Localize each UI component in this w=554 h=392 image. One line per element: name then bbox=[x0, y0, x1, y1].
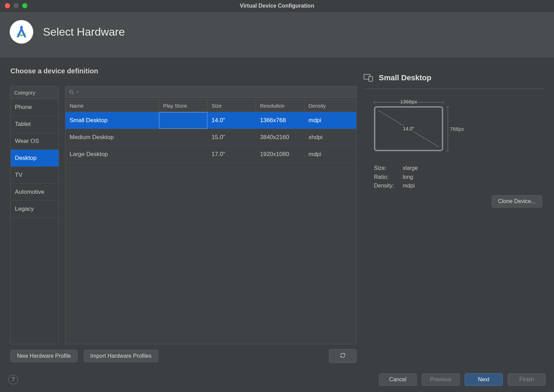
svg-line-3 bbox=[72, 93, 74, 94]
category-item-desktop[interactable]: Desktop bbox=[11, 150, 59, 167]
category-item-legacy[interactable]: Legacy bbox=[11, 201, 59, 218]
device-icon bbox=[364, 74, 373, 82]
help-icon: ? bbox=[12, 376, 15, 383]
cell-size: 17.0" bbox=[207, 146, 256, 163]
col-size[interactable]: Size bbox=[207, 100, 256, 112]
category-item-wear-os[interactable]: Wear OS bbox=[11, 133, 59, 150]
wizard-footer: ? Cancel Previous Next Finish bbox=[0, 369, 554, 392]
cell-play-store bbox=[159, 112, 207, 129]
cell-size: 15.0" bbox=[207, 129, 256, 146]
svg-rect-5 bbox=[369, 76, 373, 81]
cell-resolution: 3840x2160 bbox=[256, 129, 304, 146]
cell-density: mdpi bbox=[304, 146, 356, 163]
cell-density: mdpi bbox=[304, 112, 356, 129]
refresh-button[interactable] bbox=[329, 349, 357, 363]
category-header: Category bbox=[11, 86, 59, 99]
category-item-phone[interactable]: Phone bbox=[11, 99, 59, 116]
screen-height-label: 768px bbox=[450, 106, 464, 151]
refresh-icon bbox=[340, 352, 346, 358]
preview-title: Small Desktop bbox=[379, 73, 431, 82]
wizard-header: Select Hardware bbox=[0, 12, 554, 57]
search-icon bbox=[69, 90, 74, 95]
cell-name: Large Desktop bbox=[65, 146, 159, 163]
screen-diagram: 1366px 768px 14.0" bbox=[374, 106, 443, 151]
kv-density-value: mdpi bbox=[403, 181, 415, 190]
cell-play-store bbox=[159, 129, 207, 146]
cell-name: Medium Desktop bbox=[65, 129, 159, 146]
svg-rect-1 bbox=[21, 26, 22, 28]
svg-point-2 bbox=[70, 90, 72, 93]
previous-button[interactable]: Previous bbox=[422, 373, 460, 386]
device-table: Name Play Store Size Resolution Density … bbox=[65, 99, 357, 344]
cell-play-store bbox=[159, 146, 207, 163]
search-field[interactable] bbox=[65, 86, 357, 98]
cell-resolution: 1920x1080 bbox=[256, 146, 304, 163]
maximize-icon[interactable] bbox=[22, 3, 27, 8]
col-play-store[interactable]: Play Store bbox=[159, 100, 207, 112]
cell-resolution: 1366x768 bbox=[256, 112, 304, 129]
category-item-tv[interactable]: TV bbox=[11, 167, 59, 184]
window-title: Virtual Device Configuration bbox=[0, 3, 554, 9]
clone-device-button[interactable]: Clone Device... bbox=[492, 195, 543, 208]
cell-density: xhdpi bbox=[304, 129, 356, 146]
next-button[interactable]: Next bbox=[465, 373, 503, 386]
minimize-icon[interactable] bbox=[14, 3, 19, 8]
search-input[interactable] bbox=[81, 89, 353, 95]
device-preview: Small Desktop 1366px 768px 14.0" Size: x… bbox=[364, 67, 544, 369]
close-icon[interactable] bbox=[5, 3, 10, 8]
table-row[interactable]: Large Desktop 17.0" 1920x1080 mdpi bbox=[65, 146, 356, 163]
kv-ratio-value: long bbox=[403, 173, 413, 182]
help-button[interactable]: ? bbox=[8, 375, 18, 384]
screen-diag-label: 14.0" bbox=[401, 126, 416, 131]
category-item-tablet[interactable]: Tablet bbox=[11, 116, 59, 133]
android-studio-icon bbox=[10, 20, 33, 44]
new-hardware-profile-button[interactable]: New Hardware Profile bbox=[10, 350, 78, 362]
kv-ratio-label: Ratio: bbox=[374, 173, 400, 182]
finish-button[interactable]: Finish bbox=[508, 373, 546, 386]
kv-density-label: Density: bbox=[374, 181, 400, 190]
col-resolution[interactable]: Resolution bbox=[256, 100, 304, 112]
category-list: Category Phone Tablet Wear OS Desktop TV… bbox=[10, 86, 59, 344]
titlebar: Virtual Device Configuration bbox=[0, 0, 554, 12]
col-density[interactable]: Density bbox=[304, 100, 356, 112]
page-title: Select Hardware bbox=[43, 26, 125, 38]
main-content: Choose a device definition Category Phon… bbox=[0, 57, 554, 369]
window-controls bbox=[0, 3, 27, 8]
table-row[interactable]: Medium Desktop 15.0" 3840x2160 xhdpi bbox=[65, 129, 356, 146]
screen-width-label: 1366px bbox=[374, 99, 443, 104]
kv-size-value: xlarge bbox=[403, 164, 418, 173]
profile-actions: New Hardware Profile Import Hardware Pro… bbox=[10, 344, 357, 369]
kv-size-label: Size: bbox=[374, 164, 400, 173]
import-hardware-profiles-button[interactable]: Import Hardware Profiles bbox=[84, 350, 158, 362]
col-name[interactable]: Name bbox=[65, 100, 159, 112]
section-subtitle: Choose a device definition bbox=[10, 67, 357, 75]
chevron-down-icon bbox=[76, 91, 79, 93]
table-row[interactable]: Small Desktop 14.0" 1366x768 mdpi bbox=[65, 112, 356, 129]
cell-size: 14.0" bbox=[207, 112, 256, 129]
cell-name: Small Desktop bbox=[65, 112, 159, 129]
cancel-button[interactable]: Cancel bbox=[379, 373, 417, 386]
category-item-automotive[interactable]: Automotive bbox=[11, 184, 59, 201]
